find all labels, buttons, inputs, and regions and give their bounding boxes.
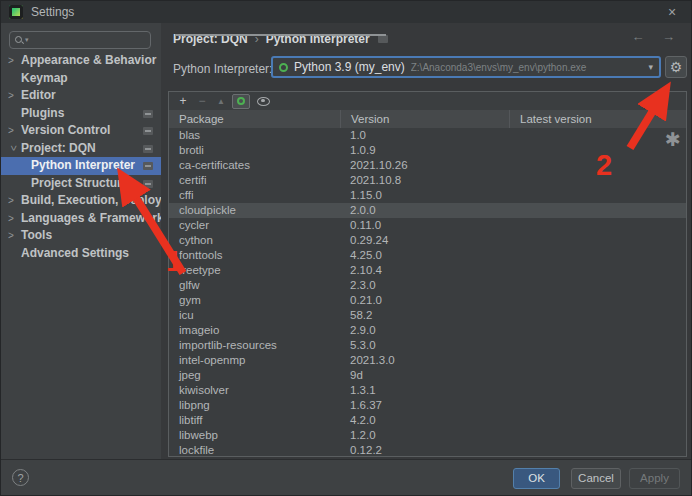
package-name-cell: cffi bbox=[169, 188, 340, 203]
back-arrow-icon[interactable]: ← bbox=[631, 29, 644, 44]
chevron-collapsed-icon[interactable]: > bbox=[8, 122, 18, 140]
chevron-collapsed-icon[interactable]: > bbox=[8, 227, 18, 245]
settings-page-icon bbox=[143, 162, 153, 170]
sidebar-item-label: Python Interpreter bbox=[31, 158, 135, 172]
uninstall-package-button[interactable]: − bbox=[194, 94, 210, 108]
package-row-gym[interactable]: gym0.21.0 bbox=[169, 293, 686, 308]
sidebar-item-advanced-settings[interactable]: Advanced Settings bbox=[1, 245, 161, 263]
package-panel: + − ▲ Package Version Latest version ✱ b… bbox=[168, 91, 687, 457]
sidebar-item-build-execution-deployment[interactable]: >Build, Execution, Deployment bbox=[1, 192, 161, 210]
latest-version-cell bbox=[509, 128, 686, 143]
cancel-button[interactable]: Cancel bbox=[571, 468, 621, 489]
package-row-kiwisolver[interactable]: kiwisolver1.3.1 bbox=[169, 383, 686, 398]
package-name-cell: importlib-resources bbox=[169, 338, 340, 353]
version-cell: 1.2.0 bbox=[340, 428, 509, 443]
column-header-latest-version[interactable]: Latest version bbox=[509, 110, 686, 128]
upgrade-package-button[interactable]: ▲ bbox=[213, 97, 229, 106]
settings-content: Project: DQN › Python Interpreter ← → Py… bbox=[161, 23, 691, 459]
latest-version-cell bbox=[509, 338, 686, 353]
latest-version-cell bbox=[509, 368, 686, 383]
sidebar-tree: >Appearance & BehaviorKeymap>EditorPlugi… bbox=[1, 52, 161, 262]
sidebar-item-editor[interactable]: >Editor bbox=[1, 87, 161, 105]
version-cell: 1.15.0 bbox=[340, 188, 509, 203]
package-row-lockfile[interactable]: lockfile0.12.2 bbox=[169, 443, 686, 458]
package-row-cffi[interactable]: cffi1.15.0 bbox=[169, 188, 686, 203]
apply-button[interactable]: Apply bbox=[629, 468, 680, 489]
package-row-importlib-resources[interactable]: importlib-resources5.3.0 bbox=[169, 338, 686, 353]
package-row-cython[interactable]: cython0.29.24 bbox=[169, 233, 686, 248]
version-cell: 0.11.0 bbox=[340, 218, 509, 233]
package-row-imageio[interactable]: imageio2.9.0 bbox=[169, 323, 686, 338]
version-cell: 2021.10.26 bbox=[340, 158, 509, 173]
latest-version-cell bbox=[509, 218, 686, 233]
package-name-cell: imageio bbox=[169, 323, 340, 338]
chevron-collapsed-icon[interactable]: > bbox=[8, 210, 18, 228]
loading-spinner-icon: ✱ bbox=[665, 128, 681, 151]
interpreter-dropdown[interactable]: Python 3.9 (my_env) Z:\Anaconda3\envs\my… bbox=[271, 56, 661, 78]
forward-arrow-icon[interactable]: → bbox=[662, 29, 675, 44]
package-row-libtiff[interactable]: libtiff4.2.0 bbox=[169, 413, 686, 428]
sidebar-item-project-structure[interactable]: Project Structure bbox=[1, 175, 161, 193]
package-name-cell: cloudpickle bbox=[169, 203, 340, 218]
ok-button[interactable]: OK bbox=[513, 468, 560, 489]
latest-version-cell bbox=[509, 428, 686, 443]
version-cell: 2.9.0 bbox=[340, 323, 509, 338]
version-cell: 2.3.0 bbox=[340, 278, 509, 293]
package-name-cell: brotli bbox=[169, 143, 340, 158]
package-row-freetype[interactable]: freetype2.10.4 bbox=[169, 263, 686, 278]
latest-version-cell bbox=[509, 413, 686, 428]
sidebar-item-python-interpreter[interactable]: Python Interpreter bbox=[1, 157, 161, 175]
package-name-cell: libtiff bbox=[169, 413, 340, 428]
chevron-collapsed-icon[interactable]: > bbox=[8, 87, 18, 105]
use-conda-manager-toggle[interactable] bbox=[232, 94, 250, 109]
sidebar-item-keymap[interactable]: Keymap bbox=[1, 70, 161, 88]
package-name-cell: jpeg bbox=[169, 368, 340, 383]
package-row-glfw[interactable]: glfw2.3.0 bbox=[169, 278, 686, 293]
latest-version-cell bbox=[509, 248, 686, 263]
package-row-cycler[interactable]: cycler0.11.0 bbox=[169, 218, 686, 233]
close-icon[interactable]: × bbox=[663, 3, 681, 21]
latest-version-cell bbox=[509, 188, 686, 203]
package-row-brotli[interactable]: brotli1.0.9 bbox=[169, 143, 686, 158]
interpreter-value: Python 3.9 (my_env) bbox=[294, 60, 405, 74]
version-cell: 1.0 bbox=[340, 128, 509, 143]
chevron-collapsed-icon[interactable]: > bbox=[8, 52, 18, 70]
package-name-cell: glfw bbox=[169, 278, 340, 293]
package-table-header: Package Version Latest version bbox=[169, 110, 686, 128]
chevron-collapsed-icon[interactable]: > bbox=[8, 192, 18, 210]
package-row-libwebp[interactable]: libwebp1.2.0 bbox=[169, 428, 686, 443]
package-row-blas[interactable]: blas1.0 bbox=[169, 128, 686, 143]
sidebar-item-tools[interactable]: >Tools bbox=[1, 227, 161, 245]
sidebar-item-languages-frameworks[interactable]: >Languages & Frameworks bbox=[1, 210, 161, 228]
package-row-certifi[interactable]: certifi2021.10.8 bbox=[169, 173, 686, 188]
version-cell: 58.2 bbox=[340, 308, 509, 323]
column-header-version[interactable]: Version bbox=[340, 110, 509, 128]
conda-icon bbox=[237, 97, 245, 105]
sidebar-item-plugins[interactable]: Plugins bbox=[1, 105, 161, 123]
package-row-fonttools[interactable]: fonttools4.25.0 bbox=[169, 248, 686, 263]
install-package-button[interactable]: + bbox=[175, 94, 191, 108]
column-header-package[interactable]: Package bbox=[169, 110, 340, 128]
package-table: ✱ blas1.0brotli1.0.9ca-certificates2021.… bbox=[169, 128, 686, 458]
history-nav: ← → bbox=[617, 29, 675, 44]
version-cell: 2021.3.0 bbox=[340, 353, 509, 368]
package-row-ca-certificates[interactable]: ca-certificates2021.10.26 bbox=[169, 158, 686, 173]
package-row-intel-openmp[interactable]: intel-openmp2021.3.0 bbox=[169, 353, 686, 368]
sidebar-item-appearance-behavior[interactable]: >Appearance & Behavior bbox=[1, 52, 161, 70]
interpreter-settings-gear-button[interactable]: ⚙ bbox=[665, 56, 687, 78]
page-options-icon[interactable] bbox=[378, 35, 388, 43]
package-row-jpeg[interactable]: jpeg9d bbox=[169, 368, 686, 383]
sidebar-item-version-control[interactable]: >Version Control bbox=[1, 122, 161, 140]
show-early-releases-eye-icon[interactable] bbox=[257, 97, 270, 106]
package-name-cell: intel-openmp bbox=[169, 353, 340, 368]
chevron-expanded-icon[interactable]: > bbox=[5, 145, 23, 155]
package-row-libpng[interactable]: libpng1.6.37 bbox=[169, 398, 686, 413]
package-row-icu[interactable]: icu58.2 bbox=[169, 308, 686, 323]
sidebar-item-project-dqn[interactable]: >Project: DQN bbox=[1, 140, 161, 158]
package-name-cell: kiwisolver bbox=[169, 383, 340, 398]
pycharm-logo-icon bbox=[9, 5, 23, 19]
package-row-cloudpickle[interactable]: cloudpickle2.0.0 bbox=[169, 203, 686, 218]
help-button[interactable]: ? bbox=[12, 469, 29, 486]
version-cell: 4.2.0 bbox=[340, 413, 509, 428]
search-input[interactable]: ▾ bbox=[9, 31, 151, 49]
